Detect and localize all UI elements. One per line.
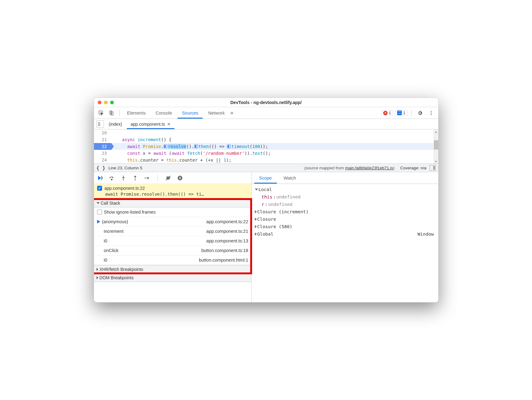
chevron-right-icon [97,276,98,279]
close-icon[interactable] [98,101,101,104]
scope-tree[interactable]: Local this: undefined r: undefined Closu… [252,184,438,240]
frame-location[interactable]: app.component.ts:13 [206,238,248,243]
pretty-print-icon[interactable]: { } [97,165,105,171]
section-xhr-breakpoints[interactable]: XHR/fetch Breakpoints [94,265,251,274]
frame-location[interactable]: button.component.html:1 [199,258,248,263]
chevron-right-icon [255,218,257,221]
deactivate-breakpoints-icon[interactable] [165,175,171,181]
section-call-stack[interactable]: Call Stack [94,199,251,207]
more-menu-icon[interactable] [427,109,436,117]
call-stack-frame[interactable]: increment app.component.ts:21 [94,227,251,236]
titlebar: DevTools - ng-devtools.netlify.app/ [94,98,438,107]
frame-function: i0 [104,238,205,243]
editor-scrollbar[interactable]: ▴ ▾ [434,129,438,163]
scope-closure[interactable]: Closure (580) [253,223,437,230]
svg-rect-2 [111,112,113,115]
breakpoint-checkbox[interactable] [97,186,102,191]
line-number[interactable]: 21 [94,136,111,143]
cursor-position: Line 23, Column 5 [108,166,142,170]
paused-code-preview: await Promise.resolve().then(() => ti… [97,191,248,197]
step-out-icon[interactable] [132,175,138,181]
checkbox-icon[interactable] [97,210,102,215]
scope-global-value: Window [418,230,437,238]
scope-var[interactable]: r: undefined [253,201,437,208]
scope-var[interactable]: this: undefined [253,193,437,201]
close-icon[interactable]: ✕ [167,122,171,127]
scope-closure[interactable]: Closure [253,215,437,223]
current-frame-arrow-icon [97,220,100,224]
frame-location[interactable]: app.component.ts:22 [206,219,248,224]
inspect-element-icon[interactable] [97,109,106,117]
frame-function: increment [104,229,205,234]
chevron-down-icon [97,202,100,204]
device-toggle-icon[interactable] [107,109,116,117]
pause-on-exceptions-icon[interactable] [177,175,183,181]
svg-rect-14 [179,176,180,179]
code-line[interactable]: const x = await (await fetch('/random-nu… [111,150,438,157]
messages-badge[interactable]: 1 [395,110,407,116]
tab-console[interactable]: Console [151,107,176,119]
scrollbar-thumb[interactable] [434,140,438,150]
scroll-down-icon[interactable]: ▾ [434,159,438,163]
code-line[interactable]: async increment() { [111,136,438,143]
code-line-current[interactable]: await Promise.resolve().then(() => timeo… [111,143,438,150]
tab-sources[interactable]: Sources [178,107,203,119]
code-editor[interactable]: 20 21 async increment() { 22 await Promi… [94,129,438,163]
code-line[interactable] [111,129,438,136]
step-marker-icon [227,145,231,148]
error-icon: ✕ [383,111,388,115]
paused-at-box: app.component.ts:22 await Promise.resolv… [94,184,251,199]
scope-local[interactable]: Local [253,186,437,193]
frame-location[interactable]: app.component.ts:21 [206,229,248,234]
frame-location[interactable]: button.component.ts:18 [201,248,248,253]
more-tabs-chevron-icon[interactable]: » [230,109,234,117]
separator [157,175,158,181]
scope-closure[interactable]: Closure (increment) [253,208,437,215]
frame-function: onClick [104,248,200,253]
tab-elements[interactable]: Elements [123,107,150,119]
show-sidebar-icon[interactable] [430,165,436,171]
debugger-left-panel: ▾ app.component.ts:22 await Promise.reso… [94,172,252,302]
line-number-current[interactable]: 22 [94,143,111,150]
scroll-up-icon[interactable]: ▴ [434,129,438,134]
errors-badge[interactable]: ✕ 1 [381,110,393,116]
message-icon [397,111,402,115]
section-dom-breakpoints[interactable]: DOM Breakpoints [94,274,251,282]
show-ignore-listed-toggle[interactable]: Show ignore-listed frames [94,207,251,217]
scope-global[interactable]: Global Window [253,230,437,238]
resume-icon[interactable]: ▾ [97,175,103,181]
call-stack-frame[interactable]: (anonymous) app.component.ts:22 [94,217,251,227]
tab-network[interactable]: Network [204,107,229,119]
step-over-icon[interactable] [109,175,115,181]
file-tab-label: app.component.ts [131,122,165,127]
line-number[interactable]: 23 [94,150,111,157]
svg-point-9 [123,179,124,180]
chevron-down-icon [255,189,258,190]
frame-function: i0 [104,258,197,263]
code-line[interactable]: this.counter = this.counter + (+x || 1); [111,157,438,163]
call-stack-frame[interactable]: i0 app.component.ts:13 [94,236,251,246]
chevron-right-icon [255,233,257,236]
settings-gear-icon[interactable] [415,109,425,117]
line-number[interactable]: 24 [94,157,111,163]
file-tab-index[interactable]: (index) [105,119,126,129]
file-tab-app-component[interactable]: app.component.ts ✕ [127,119,174,129]
devtools-window: DevTools - ng-devtools.netlify.app/ Elem… [94,98,439,302]
svg-point-5 [431,114,431,115]
tab-scope[interactable]: Scope [254,172,277,184]
window-title: DevTools - ng-devtools.netlify.app/ [94,100,438,105]
main-toolbar: Elements Console Sources Network » ✕ 1 1 [94,107,438,119]
call-stack-frame[interactable]: onClick button.component.ts:18 [94,246,251,255]
call-stack-frame[interactable]: i0 button.component.html:1 [94,255,251,265]
separator [119,110,120,116]
scope-watch-tabstrip: Scope Watch [252,172,438,184]
source-map-link[interactable]: main.fa8bfa0e23f1eb71.js [345,166,393,170]
zoom-icon[interactable] [110,101,114,104]
minimize-icon[interactable] [104,101,108,104]
step-into-icon[interactable] [120,175,127,181]
tab-watch[interactable]: Watch [279,172,301,184]
show-navigator-icon[interactable] [97,120,104,128]
step-icon[interactable] [144,175,150,181]
paused-at-location[interactable]: app.component.ts:22 [105,186,145,191]
line-number[interactable]: 20 [94,129,111,136]
